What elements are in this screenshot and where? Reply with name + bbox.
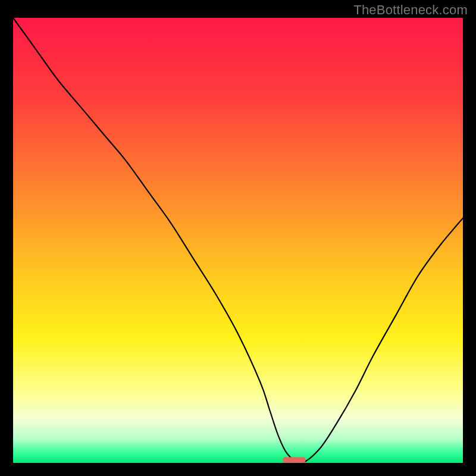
watermark-text: TheBottleneck.com xyxy=(353,2,468,18)
chart-frame: TheBottleneck.com xyxy=(0,0,476,476)
plot-area xyxy=(13,18,463,463)
optimal-marker xyxy=(283,457,306,463)
bottleneck-chart xyxy=(13,18,463,463)
chart-background xyxy=(13,18,463,463)
